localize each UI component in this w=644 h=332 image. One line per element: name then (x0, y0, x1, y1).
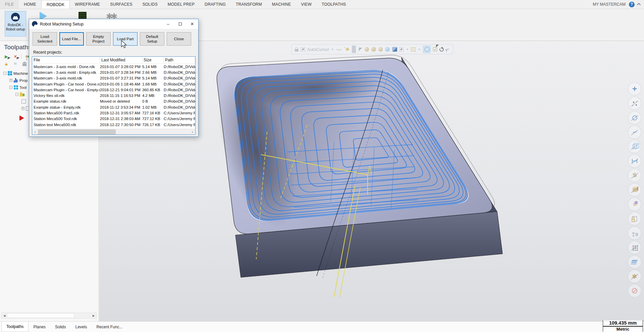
selection-bar: AutoCursor ▼ x,y,z +✱ ▼ ▼ ✓ (291, 44, 453, 54)
minimize-button[interactable]: – (162, 19, 174, 29)
dialog-button[interactable]: Empty Project (86, 32, 111, 46)
toolpath-group-icon (14, 85, 18, 90)
list-horizontal-scrollbar[interactable]: ‹ › (32, 129, 195, 134)
dialog-button[interactable]: Close (167, 32, 191, 46)
gear-plus-icon[interactable]: +✱ (344, 46, 350, 53)
plane-icon[interactable] (628, 198, 641, 211)
chevron-down-icon[interactable]: ▼ (418, 46, 421, 53)
recent-project-row[interactable]: Station Meca500 Part1.rdk 2018-12-31 3:0… (32, 110, 195, 116)
column-header-size[interactable]: Size (142, 57, 164, 63)
list-pin-icon[interactable] (628, 226, 641, 240)
ribbon-tab[interactable]: TRANSFORM (231, 0, 267, 9)
scroll-thumb[interactable] (38, 129, 116, 134)
plus-icon[interactable]: + (628, 82, 641, 96)
dialog-button-row: Load SelectedLoad File...Empty ProjectLo… (29, 29, 198, 48)
recent-project-row[interactable]: Mastercam Plugin - Car hood - Empty.rdk … (32, 87, 195, 93)
solid-icon[interactable] (628, 183, 641, 197)
ribbon-tab[interactable]: MODEL PREP (163, 0, 200, 9)
surface-icon[interactable]: S (628, 169, 641, 182)
ribbon-tab[interactable]: FILE (0, 0, 19, 9)
properties-icon (14, 78, 18, 82)
xyz-entry-icon[interactable]: x,y,z (336, 46, 341, 53)
help-icon[interactable]: ? (629, 2, 635, 7)
manager-tab[interactable]: Recent Func... (92, 322, 127, 332)
ribbon-tab[interactable]: DRAFTING (200, 0, 231, 9)
dialog-button[interactable]: Default Setup (140, 32, 164, 46)
recent-project-row[interactable]: Example statue - Empty.rdk 2018-11-12 3:… (32, 104, 195, 110)
select-none-icon[interactable]: ✕ (12, 54, 18, 59)
group-icon[interactable] (628, 212, 641, 225)
chevron-down-icon[interactable]: ▼ (406, 46, 409, 53)
account-label[interactable]: MY MASTERCAM (593, 2, 626, 7)
window-select-icon[interactable] (411, 46, 416, 53)
ghost-icon[interactable] (21, 61, 28, 66)
ribbon-tab[interactable]: TOOLPATHS (317, 0, 351, 9)
insert-position-arrow[interactable] (19, 115, 24, 121)
recent-projects-list[interactable]: File Last Modified Size Path Mastercam -… (32, 56, 196, 135)
select-entity-icon[interactable] (365, 46, 369, 53)
recent-project-row[interactable]: Example status.rdk Moved or deleted 0 B … (32, 99, 195, 104)
undo-icon[interactable] (446, 46, 450, 53)
ribbon-tab[interactable]: VIEW (296, 0, 317, 9)
ribbon-tab[interactable]: WIREFRAME (70, 0, 105, 9)
select-all-icon[interactable]: ▶ (3, 54, 9, 59)
manager-tab[interactable]: Toolpaths (1, 322, 29, 332)
select-face-icon[interactable] (371, 46, 376, 53)
select-mixed-icon[interactable] (392, 46, 397, 53)
recent-project-row[interactable]: Mastercam Plugin - Car hood - Done.rdk 2… (32, 81, 195, 87)
ribbon-tab[interactable]: SOLIDS (138, 0, 163, 9)
history-toggle-button[interactable] (423, 46, 431, 53)
select-body-icon[interactable] (378, 46, 383, 53)
ribbon-tab[interactable]: HOME (19, 0, 41, 9)
robot-machining-setup-dialog: Robot Machining Setup – ✕ Load SelectedL… (29, 19, 199, 137)
panel-horizontal-scrollbar[interactable]: ◀ ▶ (1, 313, 97, 319)
column-header-modified[interactable]: Last Modified (100, 57, 142, 63)
close-button[interactable]: ✕ (186, 19, 198, 29)
document-node-icon (21, 99, 26, 104)
recent-project-row[interactable]: Mastercam - 3-axis mold - Empty.rdk 2019… (32, 69, 195, 75)
dialog-button[interactable]: Load Selected (33, 32, 57, 46)
dimension-icon[interactable] (628, 154, 641, 168)
autocursor-label: AutoCursor (308, 46, 329, 53)
block-icon[interactable] (628, 284, 641, 297)
ribbon-tab[interactable]: ROBODK (41, 0, 70, 9)
regenerate-icon[interactable] (439, 46, 444, 53)
wireframe-cube-icon[interactable] (628, 140, 641, 153)
manager-tab[interactable]: Planes (29, 322, 50, 332)
scale-value: 109.435 mm (603, 320, 643, 327)
chevron-down-icon[interactable]: ▼ (331, 46, 334, 53)
lock-icon[interactable]: 🔒︎ (3, 61, 9, 66)
maximize-button[interactable] (174, 19, 186, 29)
folder-icon (20, 93, 24, 97)
scroll-thumb[interactable] (7, 313, 74, 318)
collapse-ribbon-icon[interactable] (637, 3, 641, 7)
ribbon-tab[interactable]: SURFACES (105, 0, 137, 9)
color-grid-icon[interactable] (628, 241, 641, 254)
robodk-setup-button[interactable]: RoboDK -Robot setup (5, 11, 26, 37)
select-solid-icon[interactable] (385, 46, 390, 53)
recent-project-row[interactable]: Station test Meca500.rdk 2018-12-22 7:30… (32, 122, 195, 127)
select-cursor-icon[interactable] (399, 46, 404, 53)
lock-icon[interactable] (294, 46, 299, 53)
waves-icon[interactable]: ≈ (12, 61, 18, 66)
dialog-button[interactable]: Load File... (59, 32, 84, 46)
recent-project-row[interactable]: Mastercam - 3-axis mold - Done.rdk 2019-… (32, 64, 195, 69)
ribbon-tab[interactable]: MACHINE (267, 0, 296, 9)
manager-tab[interactable]: Levels (71, 322, 92, 332)
select-arrow-icon[interactable] (358, 46, 362, 53)
recent-project-row[interactable]: Mastercam - 3-axis mold.rdk 2019-01-07 3… (32, 75, 195, 81)
column-header-path[interactable]: Path (164, 57, 195, 63)
recent-project-row[interactable]: Station Meca500 Tool.rdk 2018-12-31 2:38… (32, 116, 195, 122)
column-header-file[interactable]: File (32, 57, 100, 63)
points-icon[interactable] (628, 97, 641, 110)
dialog-titlebar[interactable]: Robot Machining Setup – ✕ (29, 19, 198, 29)
layers-icon[interactable] (628, 255, 641, 269)
validate-select-icon[interactable]: ✓ (433, 46, 437, 53)
manager-tab[interactable]: Solids (50, 322, 71, 332)
recent-project-row[interactable]: Victory files stl.rdk 2018-11-15 1:16:53… (32, 93, 195, 98)
gear-icon[interactable]: ✱ (628, 270, 641, 283)
circle-icon[interactable] (628, 111, 641, 124)
ribbon-tab-bar: FILEHOMEROBODKWIREFRAMESURFACESSOLIDSMOD… (0, 0, 644, 9)
spline-icon[interactable]: ~ (628, 125, 641, 139)
autocursor-icon[interactable] (301, 46, 305, 53)
